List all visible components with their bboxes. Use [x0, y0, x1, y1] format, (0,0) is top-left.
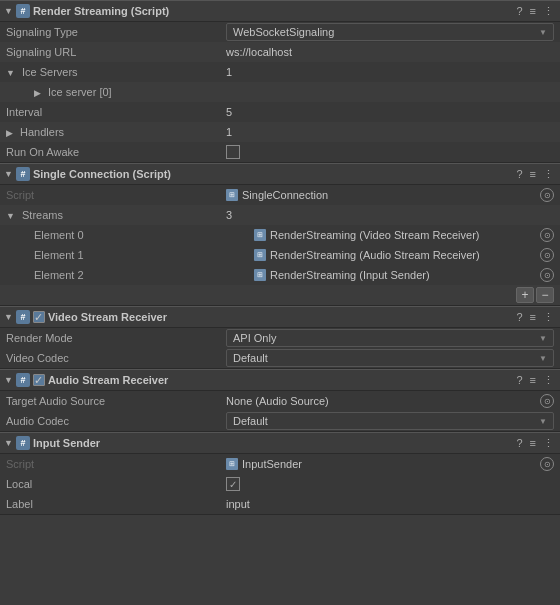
- ice-server-0-arrow[interactable]: ▶: [34, 88, 41, 98]
- element-0-link[interactable]: ⊙: [540, 228, 554, 242]
- single-connection-more-icon[interactable]: ⋮: [541, 168, 556, 181]
- element-1-link[interactable]: ⊙: [540, 248, 554, 262]
- local-checkbox[interactable]: ✓: [226, 477, 240, 491]
- element-0-row: Element 0 ⊞ RenderStreaming (Video Strea…: [0, 225, 560, 245]
- render-streaming-more-icon[interactable]: ⋮: [541, 5, 556, 18]
- input-sender-help-icon[interactable]: ?: [514, 437, 524, 449]
- script-value: SingleConnection: [242, 189, 540, 201]
- element-2-value: RenderStreaming (Input Sender): [270, 269, 540, 281]
- signaling-type-label: Signaling Type: [6, 26, 226, 38]
- signaling-type-dropdown[interactable]: WebSocketSignaling ▼: [226, 23, 554, 41]
- ice-servers-arrow[interactable]: ▼: [6, 68, 15, 78]
- audio-stream-receiver-arrow[interactable]: ▼: [4, 375, 13, 385]
- single-connection-menu-icon[interactable]: ≡: [528, 168, 538, 180]
- input-sender-arrow[interactable]: ▼: [4, 438, 13, 448]
- video-stream-receiver-section: ▼ # ✓ Video Stream Receiver ? ≡ ⋮ Render…: [0, 306, 560, 369]
- single-connection-script-row: Script ⊞ SingleConnection ⊙: [0, 185, 560, 205]
- handlers-arrow[interactable]: ▶: [6, 128, 13, 138]
- audio-stream-receiver-menu-icon[interactable]: ≡: [528, 374, 538, 386]
- render-streaming-arrow[interactable]: ▼: [4, 6, 13, 16]
- label-row: Label input: [0, 494, 560, 514]
- input-sender-script-container: ⊞ InputSender ⊙: [226, 457, 554, 471]
- audio-stream-receiver-more-icon[interactable]: ⋮: [541, 374, 556, 387]
- target-audio-source-container: None (Audio Source) ⊙: [226, 394, 554, 408]
- element-2-container: ⊞ RenderStreaming (Input Sender) ⊙: [254, 268, 554, 282]
- element-1-row: Element 1 ⊞ RenderStreaming (Audio Strea…: [0, 245, 560, 265]
- element-1-label: Element 1: [34, 249, 254, 261]
- video-codec-value: Default: [233, 352, 268, 364]
- audio-codec-dropdown[interactable]: Default ▼: [226, 412, 554, 430]
- signaling-type-value: WebSocketSignaling: [233, 26, 334, 38]
- interval-value: 5: [226, 106, 554, 118]
- label-label: Label: [6, 498, 226, 510]
- handlers-value: 1: [226, 126, 554, 138]
- signaling-type-row: Signaling Type WebSocketSignaling ▼: [0, 22, 560, 42]
- ice-servers-row: ▼ Ice Servers 1: [0, 62, 560, 82]
- render-streaming-menu-icon[interactable]: ≡: [528, 5, 538, 17]
- video-stream-receiver-more-icon[interactable]: ⋮: [541, 311, 556, 324]
- video-stream-receiver-enable-checkbox[interactable]: ✓: [33, 311, 45, 323]
- render-streaming-hash-icon: #: [16, 4, 30, 18]
- render-streaming-title: Render Streaming (Script): [33, 5, 512, 17]
- interval-row: Interval 5: [0, 102, 560, 122]
- local-check-mark: ✓: [229, 479, 237, 490]
- element-0-value: RenderStreaming (Video Stream Receiver): [270, 229, 540, 241]
- local-label: Local: [6, 478, 226, 490]
- input-sender-script-row: Script ⊞ InputSender ⊙: [0, 454, 560, 474]
- target-audio-source-link[interactable]: ⊙: [540, 394, 554, 408]
- video-stream-receiver-hash-icon: #: [16, 310, 30, 324]
- signaling-url-value: ws://localhost: [226, 46, 554, 58]
- video-codec-arrow: ▼: [539, 354, 547, 363]
- audio-codec-value: Default: [233, 415, 268, 427]
- streams-value: 3: [226, 209, 554, 221]
- element-1-container: ⊞ RenderStreaming (Audio Stream Receiver…: [254, 248, 554, 262]
- input-sender-more-icon[interactable]: ⋮: [541, 437, 556, 450]
- video-stream-receiver-menu-icon[interactable]: ≡: [528, 311, 538, 323]
- audio-stream-receiver-help-icon[interactable]: ?: [514, 374, 524, 386]
- element-2-row: Element 2 ⊞ RenderStreaming (Input Sende…: [0, 265, 560, 285]
- video-stream-receiver-header: ▼ # ✓ Video Stream Receiver ? ≡ ⋮: [0, 306, 560, 328]
- add-element-button[interactable]: +: [516, 287, 534, 303]
- local-row: Local ✓: [0, 474, 560, 494]
- element-2-icon: ⊞: [254, 269, 266, 281]
- single-connection-section: ▼ # Single Connection (Script) ? ≡ ⋮ Scr…: [0, 163, 560, 306]
- script-link-icon[interactable]: ⊙: [540, 188, 554, 202]
- ice-server-0-row: ▶ Ice server [0]: [0, 82, 560, 102]
- single-connection-arrow[interactable]: ▼: [4, 169, 13, 179]
- single-connection-header: ▼ # Single Connection (Script) ? ≡ ⋮: [0, 163, 560, 185]
- element-0-container: ⊞ RenderStreaming (Video Stream Receiver…: [254, 228, 554, 242]
- video-codec-dropdown[interactable]: Default ▼: [226, 349, 554, 367]
- audio-codec-label: Audio Codec: [6, 415, 226, 427]
- run-on-awake-checkbox[interactable]: [226, 145, 240, 159]
- script-ref-icon: ⊞: [226, 189, 238, 201]
- signaling-type-arrow: ▼: [539, 28, 547, 37]
- render-mode-arrow: ▼: [539, 334, 547, 343]
- element-1-value: RenderStreaming (Audio Stream Receiver): [270, 249, 540, 261]
- element-1-icon: ⊞: [254, 249, 266, 261]
- single-connection-help-icon[interactable]: ?: [514, 168, 524, 180]
- audio-codec-arrow: ▼: [539, 417, 547, 426]
- element-0-label: Element 0: [34, 229, 254, 241]
- interval-label: Interval: [6, 106, 226, 118]
- input-sender-menu-icon[interactable]: ≡: [528, 437, 538, 449]
- streams-arrow[interactable]: ▼: [6, 211, 15, 221]
- render-mode-row: Render Mode API Only ▼: [0, 328, 560, 348]
- video-stream-receiver-help-icon[interactable]: ?: [514, 311, 524, 323]
- remove-element-button[interactable]: −: [536, 287, 554, 303]
- input-sender-script-link[interactable]: ⊙: [540, 457, 554, 471]
- audio-stream-receiver-hash-icon: #: [16, 373, 30, 387]
- render-mode-dropdown[interactable]: API Only ▼: [226, 329, 554, 347]
- single-connection-hash-icon: #: [16, 167, 30, 181]
- audio-stream-receiver-enable-checkbox[interactable]: ✓: [33, 374, 45, 386]
- input-sender-header: ▼ # Input Sender ? ≡ ⋮: [0, 432, 560, 454]
- render-mode-value: API Only: [233, 332, 276, 344]
- element-2-link[interactable]: ⊙: [540, 268, 554, 282]
- render-mode-label: Render Mode: [6, 332, 226, 344]
- handlers-label: ▶ Handlers: [6, 126, 226, 138]
- target-audio-source-value: None (Audio Source): [226, 395, 540, 407]
- script-label: Script: [6, 189, 226, 201]
- render-streaming-help-icon[interactable]: ?: [514, 5, 524, 17]
- video-codec-row: Video Codec Default ▼: [0, 348, 560, 368]
- script-ref-container: ⊞ SingleConnection ⊙: [226, 188, 554, 202]
- video-stream-receiver-arrow[interactable]: ▼: [4, 312, 13, 322]
